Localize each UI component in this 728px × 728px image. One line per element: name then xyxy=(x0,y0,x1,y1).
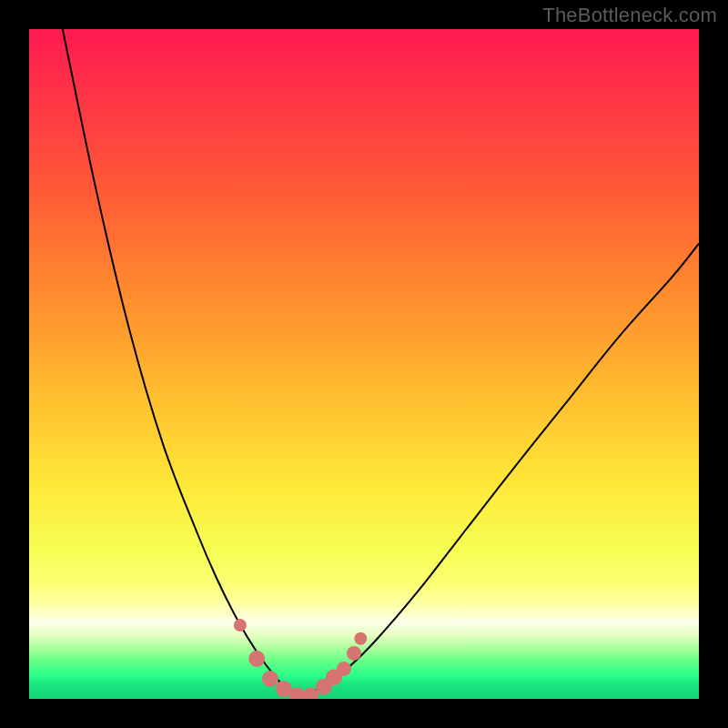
watermark-text: TheBottleneck.com xyxy=(542,4,717,27)
trough-marker-point xyxy=(354,632,367,645)
trough-marker-point xyxy=(262,671,278,687)
trough-marker-point xyxy=(347,646,361,661)
curve-layer xyxy=(29,29,699,699)
plot-area xyxy=(29,29,699,699)
trough-marker-point xyxy=(234,619,247,632)
curve-left-branch xyxy=(63,29,298,699)
trough-marker-point xyxy=(337,662,351,676)
outer-frame: TheBottleneck.com xyxy=(0,0,728,728)
curve-right-branch xyxy=(297,244,699,699)
trough-markers xyxy=(234,619,367,699)
trough-marker-point xyxy=(248,651,265,667)
